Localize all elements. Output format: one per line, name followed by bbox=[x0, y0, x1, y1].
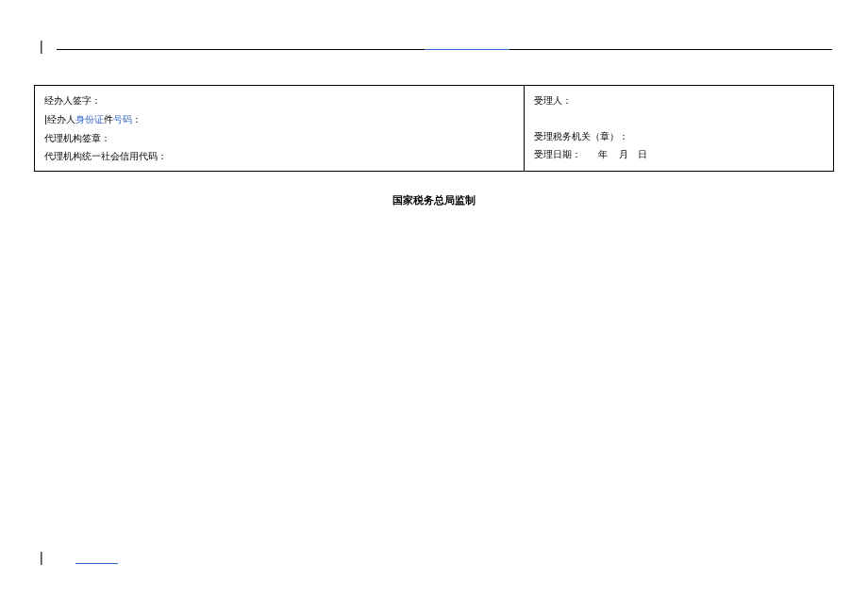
signature-form-table: 经办人签字： |经办人身份证件号码： 代理机构签章： 代理机构统一社会信用代码：… bbox=[34, 85, 834, 172]
agency-seal-label: 代理机构签章： bbox=[44, 129, 514, 147]
agent-info-cell: 经办人签字： |经办人身份证件号码： 代理机构签章： 代理机构统一社会信用代码： bbox=[35, 86, 525, 172]
top-horizontal-line-blue-segment bbox=[425, 49, 509, 50]
tax-authority-seal-label: 受理税务机关（章）： bbox=[534, 127, 824, 145]
agency-credit-code-label: 代理机构统一社会信用代码： bbox=[44, 147, 514, 165]
edit-cursor-top: | bbox=[40, 39, 43, 54]
acceptor-label: 受理人： bbox=[534, 91, 824, 109]
agent-id-label: |经办人身份证件号码： bbox=[44, 109, 514, 129]
acceptance-date-label: 受理日期： 年 月 日 bbox=[534, 145, 824, 163]
footer-authority-text: 国家税务总局监制 bbox=[0, 193, 868, 207]
bottom-horizontal-line-blue bbox=[75, 563, 118, 564]
agent-signature-label: 经办人签字： bbox=[44, 91, 514, 109]
blank-line bbox=[534, 109, 824, 127]
acceptance-info-cell: 受理人： 受理税务机关（章）： 受理日期： 年 月 日 bbox=[525, 86, 834, 172]
edit-cursor-bottom: | bbox=[40, 550, 43, 565]
